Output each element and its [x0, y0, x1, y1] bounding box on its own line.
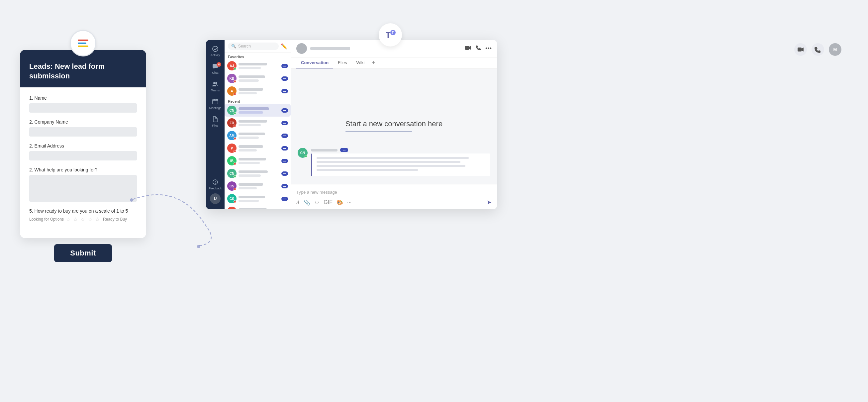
teams-panel: Activity Chat 6 Teams Meetings Files: [206, 40, 497, 209]
chat-avatar: AM: [227, 131, 237, 140]
chat-preview-bar: [239, 175, 261, 177]
list-item[interactable]: A •••: [224, 85, 291, 97]
star-4[interactable]: ☆: [88, 216, 94, 222]
online-dot: [234, 175, 236, 178]
nav-user-avatar[interactable]: U: [210, 193, 221, 204]
list-item[interactable]: CS •••: [224, 192, 291, 205]
msg-name-bar: [311, 149, 338, 152]
emoji-icon[interactable]: ☺: [314, 199, 319, 205]
send-button[interactable]: ➤: [487, 199, 492, 206]
new-conversation-text: Start a new conversation here: [345, 120, 442, 128]
activity-icon: [212, 45, 219, 53]
message-input-placeholder[interactable]: Type a new message: [296, 188, 492, 197]
chat-avatar: KB: [227, 74, 237, 83]
svg-point-12: [215, 82, 217, 84]
chat-info: [239, 75, 279, 82]
meetings-icon: [212, 98, 219, 105]
svg-point-11: [213, 82, 215, 84]
sticker-icon[interactable]: 🎨: [337, 199, 343, 206]
list-item[interactable]: IB •••: [224, 154, 291, 167]
field-email-input[interactable]: [29, 151, 137, 160]
form-field-rating: 5. How ready to buy are you on a scale o…: [29, 208, 137, 222]
offline-dot: [234, 125, 236, 127]
chat-info: [239, 132, 279, 139]
offline-dot: [234, 150, 236, 153]
svg-marker-21: [469, 46, 471, 50]
chat-preview-bar: [239, 80, 259, 82]
list-item[interactable]: AR •••: [224, 205, 291, 209]
phone-icon[interactable]: [475, 45, 481, 53]
format-icon[interactable]: 𝐴: [296, 199, 300, 205]
chat-header-avatar: [296, 43, 307, 54]
feedback-icon: [212, 178, 219, 186]
chat-avatar: IB: [227, 156, 237, 165]
search-box[interactable]: 🔍 Search: [228, 42, 279, 50]
list-item[interactable]: CS •••: [224, 180, 291, 192]
submit-btn-wrapper: Submit: [54, 244, 112, 262]
tab-add-button[interactable]: +: [369, 58, 378, 68]
list-item[interactable]: P •••: [224, 142, 291, 154]
nav-item-activity[interactable]: Activity: [206, 42, 224, 59]
nav-item-teams[interactable]: Teams: [206, 78, 224, 95]
field-help-textarea[interactable]: [29, 175, 137, 202]
nav-item-feedback[interactable]: Feedback: [206, 176, 224, 193]
field-help-label: 2. What help are you looking for?: [29, 167, 137, 173]
attach-icon[interactable]: 📎: [304, 199, 310, 206]
message-bubble: [311, 154, 490, 176]
star-3[interactable]: ☆: [81, 216, 86, 222]
offline-dot: [234, 162, 236, 165]
chat-badge-count: •••: [281, 172, 288, 176]
list-item[interactable]: CN •••: [224, 167, 291, 180]
offline-dot: [234, 188, 236, 190]
list-item[interactable]: AJ •••: [224, 59, 291, 72]
list-item[interactable]: FR •••: [224, 117, 291, 129]
star-1[interactable]: ☆: [66, 216, 72, 222]
phone-call-button[interactable]: [811, 43, 824, 56]
gif-icon[interactable]: GIF: [323, 199, 333, 205]
teams-label: Teams: [211, 89, 220, 92]
video-icon[interactable]: [465, 44, 471, 53]
field-company-input[interactable]: [29, 127, 137, 136]
offline-dot: [234, 137, 236, 140]
chat-preview-bar: [239, 111, 263, 114]
chat-name-bar: [239, 63, 267, 65]
more-options-icon[interactable]: •••: [485, 45, 492, 52]
user-avatar-button[interactable]: M: [829, 43, 841, 56]
msg-line: [317, 165, 465, 167]
tab-files[interactable]: Files: [333, 58, 351, 68]
video-call-button[interactable]: [794, 43, 807, 56]
chat-input-area: Type a new message 𝐴 📎 ☺ GIF 🎨 ··· ➤: [291, 184, 497, 209]
chat-avatar: P: [227, 144, 237, 153]
chat-label: Chat: [212, 71, 218, 74]
chat-name-bar: [239, 75, 265, 78]
star-5[interactable]: ☆: [95, 216, 101, 222]
submit-button[interactable]: Submit: [54, 244, 112, 262]
field-name-input[interactable]: [29, 103, 137, 113]
form-field-name: 1. Name: [29, 95, 137, 113]
compose-icon[interactable]: ✏️: [281, 43, 287, 50]
nav-item-chat[interactable]: Chat 6: [206, 60, 224, 77]
nav-item-meetings[interactable]: Meetings: [206, 95, 224, 112]
form-icon-circle: [70, 30, 96, 57]
chat-avatar: CS: [227, 181, 237, 191]
star-2[interactable]: ☆: [73, 216, 79, 222]
form-field-email: 2. Email Address: [29, 143, 137, 160]
list-item[interactable]: KB •••: [224, 72, 291, 85]
teams-nav: Activity Chat 6 Teams Meetings Files: [206, 40, 224, 209]
chat-info: [239, 183, 279, 189]
form-card-wrapper: Leads: New lead form submission 1. Name …: [20, 30, 146, 262]
more-toolbar-icon[interactable]: ···: [347, 199, 351, 205]
list-item[interactable]: AM •••: [224, 129, 291, 142]
tab-conversation[interactable]: Conversation: [296, 58, 333, 68]
svg-rect-16: [216, 99, 217, 100]
rating-left-label: Looking for Options: [29, 217, 64, 222]
files-label: Files: [212, 124, 218, 127]
list-item-active[interactable]: CN •••: [224, 104, 291, 117]
tab-wiki[interactable]: Wiki: [352, 58, 369, 68]
chat-list: 🔍 Search ✏️ Favorites AJ ••• KB: [224, 40, 291, 209]
chat-list-header: 🔍 Search ✏️: [224, 40, 291, 53]
search-icon: 🔍: [231, 44, 236, 49]
nav-item-files[interactable]: Files: [206, 113, 224, 130]
stars[interactable]: ☆ ☆ ☆ ☆ ☆: [66, 216, 101, 222]
section-favorites: Favorites: [224, 53, 291, 59]
